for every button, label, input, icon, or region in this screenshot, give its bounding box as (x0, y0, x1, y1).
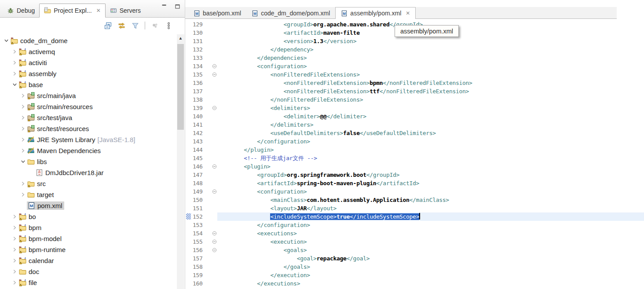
xml-editor[interactable]: 129 <groupId>org.apache.maven.shared</gr… (185, 19, 644, 289)
code-text[interactable]: <nonFilteredFileExtension>ttf</nonFilter… (217, 87, 644, 95)
code-line-139[interactable]: 139 <delimiters> (185, 104, 644, 112)
chevron-right-icon[interactable] (19, 92, 27, 99)
chevron-right-icon[interactable] (11, 268, 18, 275)
code-text[interactable]: <artifactId>spring-boot-maven-plugin</ar… (217, 179, 644, 187)
annotation-ruler[interactable] (185, 87, 193, 95)
annotation-ruler[interactable] (185, 79, 193, 87)
code-line-137[interactable]: 137 <nonFilteredFileExtension>ttf</nonFi… (185, 87, 644, 95)
code-line-145[interactable]: 145 <!-- 用于生成jar文件 --> (185, 154, 644, 162)
annotation-ruler[interactable] (185, 263, 193, 271)
code-line-135[interactable]: 135 <nonFilteredFileExtensions> (185, 70, 644, 79)
chevron-right-icon[interactable] (11, 224, 18, 231)
code-line-160[interactable]: 160 </executions> (185, 279, 644, 288)
annotation-ruler[interactable] (185, 95, 193, 104)
code-line-136[interactable]: 136 <nonFilteredFileExtension>bpmn</nonF… (185, 79, 644, 87)
scrollbar-thumb[interactable] (177, 44, 184, 130)
code-text[interactable]: <goal>repackage</goal> (217, 254, 644, 263)
code-text[interactable]: <version>1.3</version> (217, 37, 644, 45)
tree-item-calendar[interactable]: MJcalendar (0, 255, 176, 266)
annotation-ruler[interactable] (185, 212, 193, 221)
code-text[interactable]: </delimiters> (217, 121, 644, 129)
view-tab-servers[interactable]: Servers (106, 4, 145, 17)
tree-item-pom-xml[interactable]: Mpom.xml (0, 200, 176, 211)
code-text[interactable]: </goals> (217, 263, 644, 271)
code-line-141[interactable]: 141 </delimiters> (185, 121, 644, 129)
chevron-right-icon[interactable] (11, 279, 18, 286)
tree-item-target[interactable]: target (0, 189, 176, 200)
annotation-ruler[interactable] (185, 37, 193, 45)
code-line-155[interactable]: 155 <execution> (185, 238, 644, 246)
tree-item-src[interactable]: src (0, 178, 176, 189)
annotation-ruler[interactable] (185, 29, 193, 37)
project-tree[interactable]: Mcode_dm_domeMJactivemqMJactivitiMJassem… (0, 33, 176, 289)
maximize-icon[interactable] (173, 3, 181, 10)
annotation-ruler[interactable] (185, 179, 193, 187)
code-line-153[interactable]: 153 </configuration> (185, 221, 644, 229)
code-line-159[interactable]: 159 </execution> (185, 271, 644, 279)
code-text[interactable]: </dependency> (217, 45, 644, 54)
chevron-down-icon[interactable] (3, 37, 10, 44)
fold-collapse-icon[interactable] (211, 104, 217, 112)
code-line-142[interactable]: 142 <useDefaultDelimiters>false</useDefa… (185, 129, 644, 137)
code-text[interactable]: </configuration> (217, 137, 644, 146)
annotation-ruler[interactable] (185, 271, 193, 279)
fold-collapse-icon[interactable] (211, 62, 217, 70)
chevron-right-icon[interactable] (19, 103, 27, 110)
annotation-ruler[interactable] (185, 221, 193, 229)
code-line-152[interactable]: 152 <includeSystemScope>true</includeSys… (185, 212, 644, 221)
code-text[interactable]: <configuration> (217, 187, 644, 196)
tree-item-base[interactable]: MJbase (0, 79, 176, 90)
code-text[interactable]: <goals> (217, 246, 644, 254)
code-text[interactable]: <executions> (217, 229, 644, 238)
tree-item-bo[interactable]: MJbo (0, 211, 176, 222)
code-text[interactable]: <nonFilteredFileExtensions> (217, 70, 644, 79)
code-line-133[interactable]: 133 </dependencies> (185, 54, 644, 62)
code-text[interactable]: <useDefaultDelimiters>false</useDefaultD… (217, 129, 644, 137)
annotation-ruler[interactable] (185, 254, 193, 263)
tree-item-src-main-java[interactable]: src/main/java (0, 90, 176, 101)
tree-item-maven-dependencies[interactable]: Maven Dependencies (0, 145, 176, 156)
code-line-132[interactable]: 132 </dependency> (185, 45, 644, 54)
collapse-all-button[interactable] (103, 21, 113, 30)
annotation-ruler[interactable] (185, 54, 193, 62)
code-line-156[interactable]: 156 <goals> (185, 246, 644, 254)
annotation-ruler[interactable] (185, 129, 193, 137)
annotation-ruler[interactable] (185, 154, 193, 162)
code-line-157[interactable]: 157 <goal>repackage</goal> (185, 254, 644, 263)
code-text[interactable]: </configuration> (217, 221, 644, 229)
code-text[interactable]: </dependencies> (217, 54, 644, 62)
chevron-right-icon[interactable] (11, 235, 18, 242)
chevron-right-icon[interactable] (19, 136, 27, 143)
code-text[interactable]: <mainClass>com.hotent.assembly.Applicati… (217, 196, 644, 204)
tree-item-activemq[interactable]: MJactivemq (0, 46, 176, 57)
code-text[interactable]: </plugin> (217, 146, 644, 154)
fold-collapse-icon[interactable] (211, 187, 217, 196)
annotation-ruler[interactable] (185, 104, 193, 112)
fold-collapse-icon[interactable] (211, 229, 217, 238)
annotation-ruler[interactable] (185, 196, 193, 204)
scroll-up-icon[interactable]: ▲ (177, 34, 184, 41)
annotation-ruler[interactable] (185, 238, 193, 246)
fold-collapse-icon[interactable] (211, 70, 217, 79)
code-text[interactable]: <delimiters> (217, 104, 644, 112)
tree-item-bpm-model[interactable]: MJbpm-model (0, 233, 176, 244)
view-tab-project-expl-[interactable]: Project Expl...✕ (39, 4, 105, 18)
view-tab-debug[interactable]: Debug (3, 4, 39, 17)
fold-collapse-icon[interactable] (211, 246, 217, 254)
fold-collapse-icon[interactable] (211, 238, 217, 246)
view-menu-button[interactable] (164, 21, 173, 30)
filter-button[interactable] (130, 21, 140, 30)
tree-item-bpm[interactable]: MJbpm (0, 222, 176, 233)
tree-item-activiti[interactable]: MJactiviti (0, 57, 176, 68)
annotation-ruler[interactable] (185, 279, 193, 288)
tree-item-assembly[interactable]: MJassembly (0, 68, 176, 79)
code-text[interactable]: </execution> (217, 271, 644, 279)
code-line-158[interactable]: 158 </goals> (185, 263, 644, 271)
code-line-149[interactable]: 149 <configuration> (185, 187, 644, 196)
tree-item-src-main-resources[interactable]: src/main/resources (0, 101, 176, 112)
tree-item-file[interactable]: MJfile (0, 277, 176, 288)
annotation-ruler[interactable] (185, 171, 193, 179)
tree-item-jre-system-library[interactable]: JRE System Library[JavaSE-1.8] (0, 134, 176, 145)
annotation-ruler[interactable] (185, 137, 193, 146)
code-text[interactable]: <delimiter>@@</delimiter> (217, 112, 644, 121)
